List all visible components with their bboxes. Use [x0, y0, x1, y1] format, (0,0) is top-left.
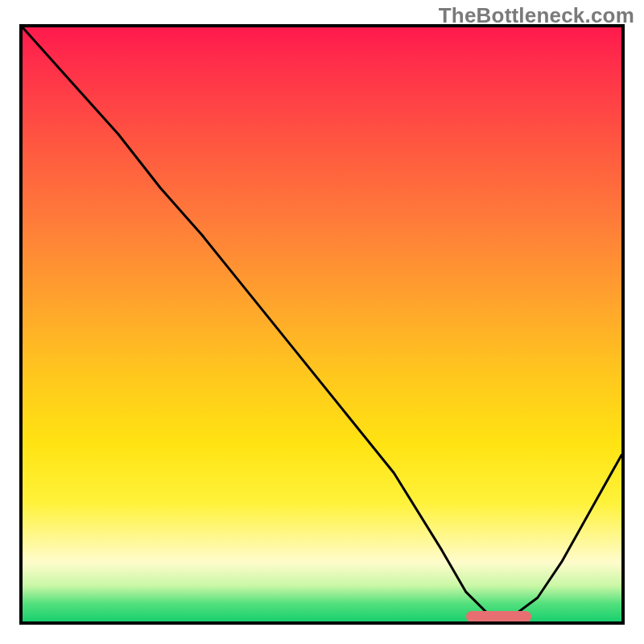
plot-area — [19, 24, 625, 625]
watermark-text: TheBottleneck.com — [439, 3, 634, 28]
optimal-range-marker — [466, 611, 532, 622]
chart-container: TheBottleneck.com — [0, 0, 644, 644]
bottleneck-curve-line — [23, 27, 621, 616]
curve-svg — [23, 27, 621, 621]
